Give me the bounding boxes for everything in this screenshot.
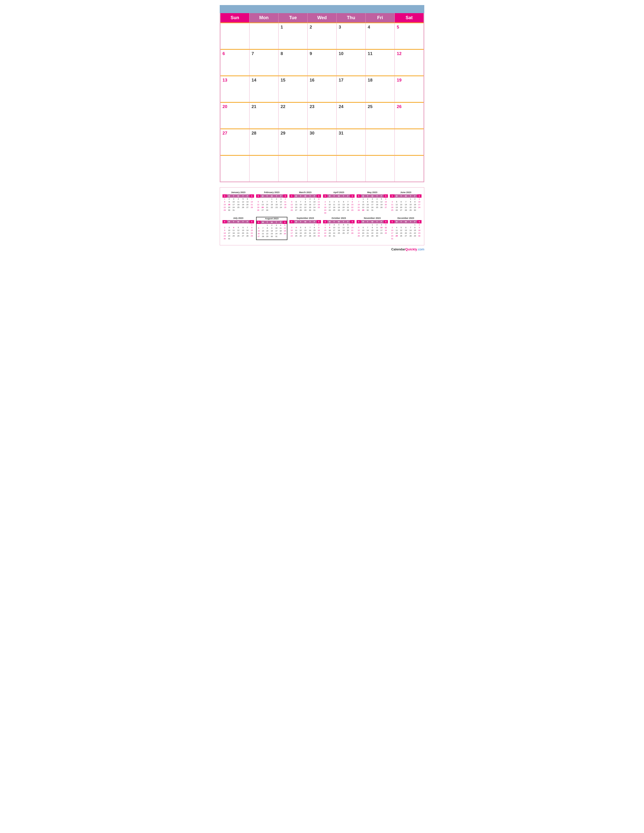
mini-day-cell: 9 — [417, 226, 422, 229]
cal-cell[interactable]: 4 — [366, 23, 395, 49]
mini-day-header: T — [408, 220, 413, 224]
cal-cell[interactable]: 13 — [221, 76, 250, 102]
mini-day-header: S — [323, 195, 327, 198]
cal-cell[interactable] — [250, 23, 279, 49]
mini-day-cell: 24 — [279, 206, 283, 209]
mini-day-header: S — [283, 220, 287, 224]
mini-day-cell: 14 — [346, 203, 350, 206]
mini-day-cell: 7 — [250, 198, 254, 200]
mini-day-cell — [417, 237, 422, 240]
mini-day-cell: 27 — [384, 206, 388, 209]
mini-day-cell — [236, 209, 241, 212]
cal-cell[interactable]: 18 — [366, 76, 395, 102]
day-number: 4 — [368, 25, 370, 29]
cal-cell[interactable]: 11 — [366, 49, 395, 76]
cal-cell[interactable]: 27 — [221, 129, 250, 155]
cal-cell[interactable]: 25 — [366, 102, 395, 129]
mini-day-cell — [298, 224, 303, 226]
cal-cell[interactable]: 31 — [336, 129, 366, 155]
cal-cell[interactable]: 17 — [336, 76, 366, 102]
cal-cell[interactable] — [366, 155, 395, 182]
cal-cell[interactable]: 9 — [308, 49, 336, 76]
cal-cell[interactable]: 16 — [308, 76, 336, 102]
cal-cell[interactable] — [395, 155, 424, 182]
cal-cell[interactable]: 19 — [395, 76, 424, 102]
mini-day-header: S — [350, 195, 354, 198]
mini-day-header: T — [375, 195, 379, 198]
cal-cell[interactable] — [395, 129, 424, 155]
cal-cell[interactable]: 12 — [395, 49, 424, 76]
mini-day-header: T — [341, 195, 346, 198]
mini-day-cell: 13 — [361, 229, 365, 232]
cal-cell[interactable] — [221, 23, 250, 49]
mini-day-cell: 26 — [290, 209, 294, 212]
cal-cell[interactable]: 6 — [221, 49, 250, 76]
cal-cell[interactable] — [308, 155, 336, 182]
mini-day-cell: 21 — [261, 232, 265, 235]
mini-day-header: M — [261, 220, 265, 224]
mini-day-cell: 25 — [294, 235, 298, 237]
cal-cell[interactable]: 14 — [250, 76, 279, 102]
mini-day-header: T — [298, 220, 303, 224]
cal-cell[interactable]: 8 — [279, 49, 308, 76]
mini-cal-title: April 2023 — [323, 191, 354, 194]
cal-cell[interactable] — [336, 155, 366, 182]
mini-cal-grid: SMTWTFS123456789101112131415161718192021… — [390, 195, 422, 212]
mini-day-cell: 10 — [390, 229, 394, 232]
day-number: 26 — [397, 104, 402, 109]
mini-day-cell: 24 — [274, 232, 279, 235]
mini-day-cell — [274, 209, 279, 212]
mini-day-cell: 10 — [279, 200, 283, 203]
cal-cell[interactable]: 20 — [221, 102, 250, 129]
cal-cell[interactable]: 28 — [250, 129, 279, 155]
mini-day-header: S — [390, 195, 394, 198]
cal-cell[interactable]: 1 — [279, 23, 308, 49]
cal-cell[interactable]: 3 — [336, 23, 366, 49]
mini-day-header: T — [399, 220, 403, 224]
cal-cell[interactable]: 7 — [250, 49, 279, 76]
mini-day-cell: 9 — [365, 200, 370, 203]
cal-cell[interactable]: 10 — [336, 49, 366, 76]
mini-day-cell: 15 — [222, 203, 227, 206]
cal-cell[interactable]: 24 — [336, 102, 366, 129]
footer-brand: CalendarQuickly.com — [220, 248, 424, 251]
mini-day-cell — [261, 224, 265, 227]
cal-cell[interactable]: 15 — [279, 76, 308, 102]
cal-cell[interactable]: 21 — [250, 102, 279, 129]
mini-day-header: W — [403, 195, 408, 198]
cal-cell[interactable]: 29 — [279, 129, 308, 155]
mini-day-header: M — [394, 220, 399, 224]
cal-cell[interactable] — [279, 155, 308, 182]
mini-day-cell: 1 — [303, 198, 308, 200]
mini-day-cell: 2 — [227, 198, 231, 200]
mini-day-cell: 22 — [303, 206, 308, 209]
cal-cell[interactable]: 26 — [395, 102, 424, 129]
cal-cell[interactable] — [366, 129, 395, 155]
cal-cell[interactable]: 2 — [308, 23, 336, 49]
mini-day-cell: 24 — [327, 209, 332, 212]
footer-calendar-text: Calendar — [391, 248, 405, 251]
cal-cell[interactable] — [221, 155, 250, 182]
mini-day-cell: 23 — [417, 232, 422, 235]
cal-cell[interactable]: 5 — [395, 23, 424, 49]
day-number: 13 — [222, 78, 227, 82]
cal-cell[interactable]: 22 — [279, 102, 308, 129]
mini-day-cell: 12 — [283, 227, 287, 230]
cal-cell[interactable]: 30 — [308, 129, 336, 155]
mini-day-cell: 3 — [227, 226, 231, 229]
mini-day-cell: 3 — [417, 198, 422, 200]
mini-day-header: T — [332, 220, 336, 224]
mini-cal-grid: SMTWTFS123456789101112131415161718192021… — [323, 195, 354, 214]
mini-day-cell — [332, 212, 336, 214]
mini-day-cell: 19 — [290, 206, 294, 209]
cal-cell[interactable]: 23 — [308, 102, 336, 129]
day-number: 20 — [222, 104, 227, 109]
mini-day-cell: 3 — [279, 198, 283, 200]
mini-day-cell: 29 — [312, 235, 316, 237]
cal-cell[interactable] — [250, 155, 279, 182]
mini-cal-grid: SMTWTFS123456789101112131415161718192021… — [257, 220, 287, 238]
mini-day-cell: 8 — [350, 200, 354, 203]
mini-day-header: W — [303, 220, 308, 224]
mini-cal-grid: SMTWTFS123456789101112131415161718192021… — [357, 195, 388, 212]
mini-day-cell — [357, 198, 361, 200]
